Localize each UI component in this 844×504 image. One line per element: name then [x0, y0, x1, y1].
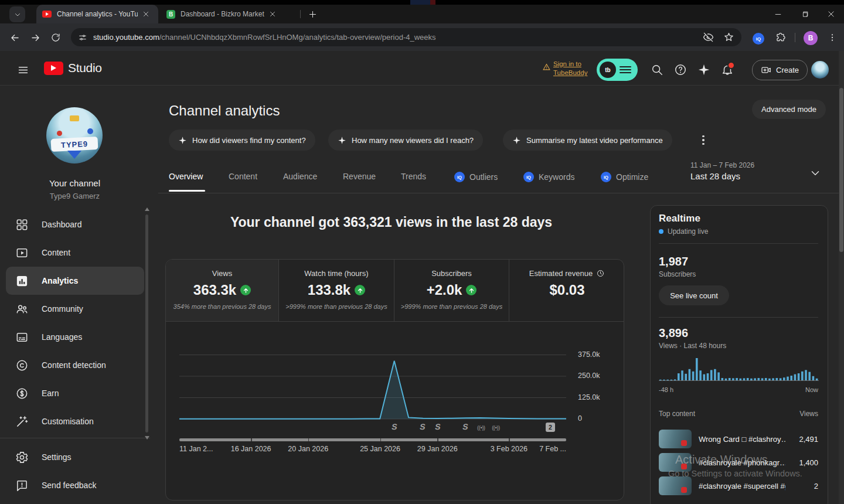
sidebar-item-settings[interactable]: Settings	[6, 443, 144, 471]
help-icon	[674, 63, 687, 76]
youtube-logo-icon[interactable]	[44, 62, 63, 75]
ai-chip-find-content[interactable]: How did viewers find my content?	[169, 130, 315, 151]
stat-card-subscribers[interactable]: Subscribers +2.0k >999% more than previo…	[394, 260, 509, 321]
sidebar-scrollbar[interactable]	[145, 214, 148, 433]
vidiq-icon: iQ	[523, 172, 534, 182]
chips-more-button[interactable]	[696, 133, 710, 147]
tab-close-button[interactable]	[142, 11, 149, 18]
top-content-row[interactable]: Wrong Card □ #clashroy… 2,491	[659, 427, 818, 451]
shorts-marker-icon[interactable]: S	[391, 422, 398, 431]
sidebar-item-community[interactable]: Community	[6, 295, 144, 323]
chip-label: How did viewers find my content?	[192, 136, 306, 145]
tab-content[interactable]: Content	[229, 172, 257, 181]
sidebar-scroll-down-arrow[interactable]	[145, 436, 149, 440]
shorts-marker-icon[interactable]: S	[462, 422, 469, 431]
chevron-down-icon	[809, 166, 822, 179]
tab-bizkro-dashboard[interactable]: B Dashboard - Bizkro Market	[161, 5, 297, 23]
sidebar-divider	[0, 438, 150, 438]
notifications-button[interactable]	[720, 62, 735, 77]
sidebar-item-analytics[interactable]: Analytics	[6, 267, 144, 295]
stat-card-estimated-revenue[interactable]: Estimated revenue $0.03	[509, 260, 624, 321]
tab-overview[interactable]: Overview	[169, 172, 203, 181]
tab-title: Channel analytics - YouTube Studio	[57, 10, 138, 18]
bookmark-star-icon[interactable]	[723, 32, 734, 43]
chart-marker-row: SSSS((•))((•))2	[179, 422, 566, 435]
tab-keywords[interactable]: iQ Keywords	[523, 172, 574, 182]
window-minimize-button[interactable]	[769, 7, 787, 21]
shorts-marker-icon[interactable]: S	[434, 422, 441, 431]
new-tab-button[interactable]	[306, 8, 319, 21]
back-arrow-icon	[9, 32, 21, 43]
tab-trends[interactable]: Trends	[401, 172, 426, 181]
page-scrollbar[interactable]	[839, 51, 844, 504]
sidebar-item-customisation[interactable]: Customisation	[6, 407, 144, 435]
live-marker-icon[interactable]: ((•))	[477, 424, 485, 431]
advanced-mode-button[interactable]: Advanced mode	[752, 100, 826, 119]
tubebuddy-signin-link[interactable]: Sign in to TubeBuddy	[543, 60, 587, 77]
reload-button[interactable]	[48, 30, 63, 45]
ai-chip-new-viewers[interactable]: How many new viewers did I reach?	[328, 130, 483, 151]
studio-account-avatar[interactable]	[811, 61, 829, 79]
window-close-button[interactable]	[822, 7, 840, 21]
tab-optimize[interactable]: iQ Optimize	[601, 172, 648, 182]
live-marker-icon[interactable]: ((•))	[492, 424, 499, 431]
sidebar-item-content-detection[interactable]: Content detection	[6, 351, 144, 379]
period-chevron-button[interactable]	[809, 166, 822, 179]
top-content-row[interactable]: #clashroyale #phonkagr… 1,400	[659, 451, 818, 474]
extensions-button[interactable]	[772, 30, 788, 45]
recording-indicator-red	[430, 0, 435, 5]
tab-audience[interactable]: Audience	[283, 172, 317, 181]
back-button[interactable]	[7, 30, 22, 45]
realtime-bar-chart[interactable]	[659, 356, 819, 383]
avatar-banner-text: TYPE9	[50, 137, 98, 152]
stat-card-views[interactable]: Views 363.3k 354% more than previous 28 …	[166, 260, 279, 321]
studio-logo-text[interactable]: Studio	[68, 61, 102, 75]
stat-card-watch-time[interactable]: Watch time (hours) 133.8k >999% more tha…	[279, 260, 394, 321]
tab-close-button[interactable]	[269, 11, 276, 18]
vidiq-extension-button[interactable]: iQ	[751, 31, 766, 46]
browser-profile-button[interactable]: B	[803, 30, 818, 46]
scrollbar-thumb[interactable]	[839, 88, 843, 252]
studio-search-button[interactable]	[649, 62, 665, 77]
line-chart-svg[interactable]	[179, 337, 566, 425]
eye-off-icon[interactable]	[703, 32, 714, 43]
sidebar-item-label: Settings	[42, 452, 72, 462]
browser-menu-button[interactable]	[825, 30, 840, 45]
stat-label: Views	[166, 269, 278, 278]
studio-menu-button[interactable]	[15, 62, 30, 77]
sidebar-item-earn[interactable]: Earn	[6, 379, 144, 407]
grouped-marker-badge[interactable]: 2	[546, 423, 555, 432]
tab-channel-analytics[interactable]: Channel analytics - YouTube Studio	[36, 5, 158, 23]
see-live-count-button[interactable]: See live count	[659, 285, 729, 305]
top-content-row[interactable]: #clashroyale #supercell #ga… 2	[659, 474, 818, 498]
views-column-header: Views	[659, 410, 818, 418]
create-button[interactable]: Create	[752, 60, 808, 80]
video-thumbnail	[659, 476, 692, 495]
vidiq-icon: iQ	[753, 33, 764, 45]
tubebuddy-toolbar-button[interactable]: tb	[597, 59, 638, 81]
period-selector[interactable]: Last 28 days	[690, 171, 740, 181]
youtube-favicon-icon	[42, 11, 52, 18]
help-button[interactable]	[673, 62, 688, 77]
window-restore-button[interactable]	[796, 7, 814, 21]
realtime-title: Realtime	[659, 213, 818, 224]
tab-outliers[interactable]: iQ Outliers	[454, 172, 498, 182]
analytics-card: Views 363.3k 354% more than previous 28 …	[165, 259, 624, 500]
timeline-scrubber[interactable]	[179, 438, 566, 441]
realtime-axis-right: Now	[659, 386, 818, 393]
ai-chip-summarise-performance[interactable]: Summarise my latest video performance	[503, 130, 672, 151]
channel-avatar[interactable]: TYPE9	[46, 107, 103, 164]
sidebar-item-content[interactable]: Content	[6, 239, 144, 267]
forward-button[interactable]	[28, 30, 43, 45]
tab-search-button[interactable]	[9, 6, 25, 22]
sidebar-item-dashboard[interactable]: Dashboard	[6, 210, 144, 239]
sidebar-item-send-feedback[interactable]: Send feedback	[6, 471, 144, 499]
stat-label: Subscribers	[394, 269, 509, 278]
address-bar[interactable]: studio.youtube.com/channel/UCNhbdqzXbmnR…	[71, 28, 741, 46]
sidebar-scroll-up-arrow[interactable]	[145, 207, 149, 211]
sidebar-item-languages[interactable]: Languages	[6, 323, 144, 351]
restore-icon	[801, 11, 809, 18]
sparkle-feature-button[interactable]	[696, 62, 712, 77]
shorts-marker-icon[interactable]: S	[419, 422, 426, 431]
tab-revenue[interactable]: Revenue	[343, 172, 376, 181]
